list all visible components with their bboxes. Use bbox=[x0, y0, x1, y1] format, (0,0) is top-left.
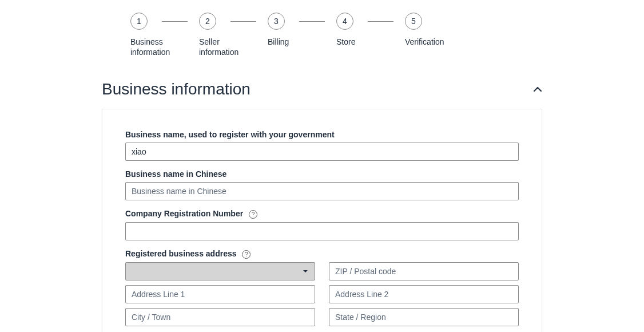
step-label: Business information bbox=[130, 37, 170, 57]
step-label: Verification bbox=[405, 37, 444, 47]
crn-group: Company Registration Number ? bbox=[125, 209, 519, 240]
step-billing: 3 Billing bbox=[268, 13, 336, 47]
address-line-1-input[interactable] bbox=[125, 285, 315, 303]
step-seller-information: 2 Seller information bbox=[199, 13, 268, 57]
address-label: Registered business address ? bbox=[125, 249, 519, 259]
help-icon[interactable]: ? bbox=[242, 250, 251, 259]
address-line-2-input[interactable] bbox=[329, 285, 519, 303]
address-group: Registered business address ? bbox=[125, 249, 519, 326]
address-label-text: Registered business address bbox=[125, 249, 237, 258]
zip-input[interactable] bbox=[329, 262, 519, 280]
business-name-input[interactable] bbox=[125, 143, 519, 161]
help-icon[interactable]: ? bbox=[249, 210, 257, 219]
country-select[interactable] bbox=[125, 262, 315, 280]
step-connector bbox=[230, 21, 256, 22]
crn-input[interactable] bbox=[125, 222, 519, 240]
step-circle: 1 bbox=[130, 13, 148, 30]
section-title: Business information bbox=[102, 80, 251, 98]
step-connector bbox=[299, 21, 325, 22]
step-circle: 3 bbox=[268, 13, 285, 30]
step-connector bbox=[162, 21, 188, 22]
business-name-group: Business name, used to register with you… bbox=[125, 130, 519, 161]
state-input[interactable] bbox=[329, 308, 519, 326]
step-circle: 5 bbox=[405, 13, 422, 30]
step-connector bbox=[368, 21, 393, 22]
step-label: Store bbox=[336, 37, 355, 47]
step-verification: 5 Verification bbox=[405, 13, 474, 47]
business-name-cn-input[interactable] bbox=[125, 182, 519, 200]
step-label: Billing bbox=[268, 37, 289, 47]
step-circle: 4 bbox=[336, 13, 353, 30]
chevron-up-icon[interactable] bbox=[533, 85, 542, 94]
address-grid bbox=[125, 262, 519, 326]
form-card: Business name, used to register with you… bbox=[102, 109, 542, 332]
step-label: Seller information bbox=[199, 37, 238, 57]
section-header: Business information bbox=[102, 80, 542, 98]
step-store: 4 Store bbox=[336, 13, 405, 47]
crn-label-text: Company Registration Number bbox=[125, 209, 243, 218]
crn-label: Company Registration Number ? bbox=[125, 209, 519, 219]
business-name-label: Business name, used to register with you… bbox=[125, 130, 519, 139]
business-name-cn-label: Business name in Chinese bbox=[125, 169, 519, 179]
step-business-information: 1 Business information bbox=[130, 13, 199, 57]
city-input[interactable] bbox=[125, 308, 315, 326]
stepper: 1 Business information 2 Seller informat… bbox=[130, 13, 542, 57]
business-name-cn-group: Business name in Chinese bbox=[125, 169, 519, 200]
step-circle: 2 bbox=[199, 13, 216, 30]
